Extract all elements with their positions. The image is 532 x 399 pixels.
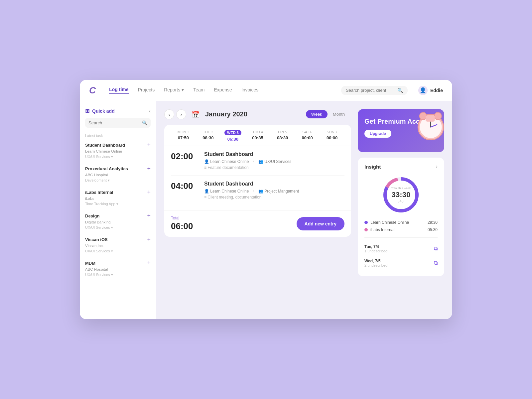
task-item: MDM + ABC Hospital UX/UI Services ▾	[85, 260, 151, 277]
week-view-button[interactable]: Week	[306, 110, 328, 118]
sidebar-search-input[interactable]	[88, 120, 140, 125]
upgrade-button[interactable]: Upgrade	[364, 130, 391, 138]
task-tag: Development ▾	[85, 178, 110, 183]
nav-expense[interactable]: Expense	[214, 87, 232, 94]
task-name: Design	[85, 213, 99, 218]
date-item: Tue, 7/4 1 undescribed ⧉	[364, 242, 438, 256]
entry-client: 👤 Learn Chinese Online	[204, 189, 249, 194]
entry-details: Student Dashboard 👤 Learn Chinese Online…	[204, 151, 344, 170]
date-info: Tue, 7/4 1 undescribed	[364, 244, 387, 253]
day-column[interactable]: SAT 6 00:00	[295, 130, 320, 142]
sidebar: ⊞ Quick add ‹ 🔍 Latest task Student Dash…	[80, 101, 156, 319]
legend-items: Learn Chinese Online 29:30 iLabs Interna…	[364, 220, 438, 232]
donut-total: /40	[391, 199, 411, 203]
global-search-input[interactable]	[346, 88, 395, 93]
task-add-button[interactable]: +	[147, 142, 151, 149]
task-item: Proxedural Analytics + ABC Hospital Deve…	[85, 165, 151, 183]
day-column[interactable]: FRI 5 08:30	[270, 130, 295, 142]
task-client: Learn Chinese Online	[85, 149, 151, 153]
task-item: Design + Digital Banking UX/UI Services …	[85, 212, 151, 230]
task-add-button[interactable]: +	[147, 212, 151, 219]
app-logo: C	[89, 85, 96, 96]
view-toggle: Week Month	[305, 109, 351, 119]
total-label: Total	[171, 216, 193, 220]
entry-time: 02:00	[171, 151, 198, 162]
days-row: MON 1 07:50 TUE 2 08:30 WED 3 06:30 THU …	[164, 125, 351, 146]
task-add-button[interactable]: +	[147, 260, 151, 267]
main-layout: ⊞ Quick add ‹ 🔍 Latest task Student Dash…	[80, 101, 452, 319]
calendar-section: ‹ › 📅 January 2020 Week Month MON 1 07:5…	[164, 109, 351, 311]
sidebar-search[interactable]: 🔍	[85, 118, 151, 128]
entry-time: 04:00	[171, 181, 198, 191]
task-client: ABC Hospital	[85, 173, 151, 177]
day-label: TUE 2	[203, 130, 213, 134]
day-time: 06:30	[227, 137, 238, 142]
task-add-button[interactable]: +	[147, 165, 151, 172]
day-column[interactable]: TUE 2 08:30	[196, 130, 221, 142]
right-panel: Get Premium Access Upgrade	[358, 109, 444, 311]
nav-invoices[interactable]: Invoices	[241, 87, 258, 94]
day-label: FRI 5	[278, 130, 287, 134]
nav-projects[interactable]: Projects	[138, 87, 155, 94]
task-name: MDM	[85, 261, 95, 266]
day-label: THU 4	[252, 130, 263, 134]
day-column[interactable]: WED 3 06:30	[220, 130, 245, 142]
next-week-button[interactable]: ›	[176, 109, 186, 119]
search-icon: 🔍	[397, 88, 403, 93]
date-sub: 2 undescribed	[364, 263, 387, 267]
legend-dot	[364, 228, 368, 231]
entry-team: 👥 Project Mangament	[258, 189, 299, 194]
global-search[interactable]: 🔍	[341, 86, 408, 95]
nav-links: Log time Projects Reports ▾ Team Expense…	[109, 87, 331, 94]
day-time: 08:30	[277, 135, 288, 140]
insight-dates: Tue, 7/4 1 undescribed ⧉ Wed, 7/5 2 unde…	[364, 237, 438, 270]
entry-note: ≡ Feature documentation	[204, 165, 344, 170]
insight-title: Insight	[364, 164, 381, 170]
entry-details: Student Dashboard 👤 Learn Chinese Online…	[204, 181, 344, 200]
day-column[interactable]: THU 4 00:35	[245, 130, 270, 142]
nav-log-time[interactable]: Log time	[109, 87, 128, 94]
day-label: SAT 6	[302, 130, 312, 134]
nav-team[interactable]: Team	[193, 87, 204, 94]
task-add-button[interactable]: +	[147, 189, 151, 196]
date-link-icon[interactable]: ⧉	[434, 260, 438, 266]
day-label: SUN 7	[327, 130, 337, 134]
task-item: iLabs Internal + iLabs Time Tracking App…	[85, 189, 151, 206]
task-name: Proxedural Analytics	[85, 166, 128, 171]
sidebar-header: ⊞ Quick add ‹	[85, 108, 151, 114]
quick-add-button[interactable]: ⊞ Quick add	[85, 108, 115, 114]
task-item: Student Dashboard + Learn Chinese Online…	[85, 142, 151, 159]
day-time: 00:00	[302, 135, 313, 140]
nav-arrows: ‹ ›	[164, 109, 186, 119]
avatar: 👤	[418, 86, 428, 95]
task-client: Digital Banking	[85, 220, 151, 224]
entry-client: 👤 Learn Chinese Online	[204, 159, 249, 164]
user-profile[interactable]: 👤 Eddie	[418, 86, 443, 95]
insight-expand-icon[interactable]: ›	[436, 164, 438, 170]
date-link-icon[interactable]: ⧉	[434, 246, 438, 252]
legend-left: iLabs Internal	[364, 227, 394, 232]
legend-name: Learn Chinese Online	[370, 220, 409, 225]
entries-area: 02:00 Student Dashboard 👤 Learn Chinese …	[164, 146, 351, 210]
entry-row: 04:00 Student Dashboard 👤 Learn Chinese …	[171, 181, 344, 205]
task-add-button[interactable]: +	[147, 236, 151, 243]
total-section: Total 06:00	[171, 216, 193, 231]
sidebar-collapse-button[interactable]: ‹	[149, 108, 151, 114]
prev-week-button[interactable]: ‹	[164, 109, 174, 119]
task-list: Student Dashboard + Learn Chinese Online…	[85, 142, 151, 277]
day-time: 08:30	[202, 135, 213, 140]
month-view-button[interactable]: Month	[328, 110, 350, 118]
nav-reports[interactable]: Reports ▾	[164, 87, 184, 94]
dropdown-arrow-icon: ▾	[182, 87, 184, 92]
svg-rect-6	[426, 115, 435, 121]
date-label: Wed, 7/5	[364, 259, 387, 263]
date-label: Tue, 7/4	[364, 244, 387, 249]
donut-label: Total this week	[391, 187, 411, 190]
day-column[interactable]: MON 1 07:50	[171, 130, 196, 142]
add-entry-button[interactable]: Add new entry	[297, 217, 344, 230]
entry-title: Student Dashboard	[204, 151, 344, 157]
day-column[interactable]: SUN 7 00:00	[320, 130, 344, 142]
insight-header: Insight ›	[364, 164, 438, 170]
task-tag: UX/UI Services ▾	[85, 249, 113, 253]
entries-footer: Total 06:00 Add new entry	[164, 210, 351, 237]
